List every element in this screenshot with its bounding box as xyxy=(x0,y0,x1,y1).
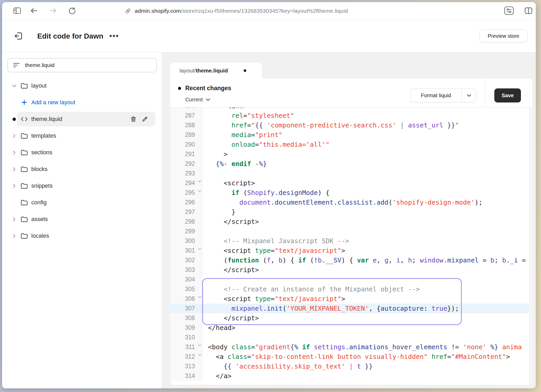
code-line-290[interactable]: 290 onload="this.media='all'" xyxy=(170,140,532,149)
sidebar-toggle-icon[interactable] xyxy=(13,6,22,15)
line-number: 291 xyxy=(185,149,195,159)
sidebar-item-add-a-new-layout[interactable]: Add a new layout xyxy=(2,94,162,111)
chevron-right-icon[interactable] xyxy=(11,144,17,161)
code-line-291[interactable]: 291 > xyxy=(170,149,532,159)
sidebar-item-blocks[interactable]: blocks xyxy=(2,161,162,177)
gutter-cell: 312 xyxy=(170,352,202,362)
sidebar-item-sections[interactable]: sections xyxy=(2,144,162,161)
preview-store-button[interactable]: Preview store xyxy=(479,29,527,42)
line-number: 298 xyxy=(185,217,195,226)
code-line-295[interactable]: 295 if (Shopify.designMode) { xyxy=(170,188,532,198)
code-line-293[interactable]: 293 xyxy=(170,169,532,178)
code-line-303[interactable]: 303 </script> xyxy=(170,265,532,275)
exit-editor-icon[interactable] xyxy=(14,31,23,41)
save-button[interactable]: Save xyxy=(494,88,521,102)
address-bar[interactable]: admin.shopify.com/store/rzq1xu-f5/themes… xyxy=(125,2,348,20)
code-line-309[interactable]: 309</head> xyxy=(170,323,532,333)
gutter-cell: 293 xyxy=(170,169,202,178)
back-icon[interactable] xyxy=(29,6,38,15)
code-line-312[interactable]: 312 <a class="skip-to-content-link butto… xyxy=(170,352,532,362)
more-actions-button[interactable]: ••• xyxy=(107,31,121,41)
code-line-286[interactable]: 286 <link xyxy=(170,108,532,111)
line-number: 306 xyxy=(185,294,195,304)
code-line-301[interactable]: 301 <script type="text/javascript"> xyxy=(170,246,532,255)
chevron-down-icon xyxy=(467,94,471,97)
filter-icon xyxy=(13,62,20,68)
code-line-287[interactable]: 287 rel="stylesheet" xyxy=(170,111,532,120)
delete-file-icon[interactable] xyxy=(129,114,138,124)
search-input[interactable] xyxy=(25,62,150,68)
item-label: blocks xyxy=(31,161,47,177)
format-liquid-button[interactable]: Format liquid xyxy=(410,89,462,102)
code-line-310[interactable]: 310 xyxy=(170,333,532,342)
gutter-cell: 307 xyxy=(170,304,202,313)
sidebar-item-locales[interactable]: locales xyxy=(2,228,162,244)
code-line-297[interactable]: 297 } xyxy=(170,207,532,217)
line-number: 303 xyxy=(185,265,195,275)
code-line-306[interactable]: 306 <script type="text/javascript"> xyxy=(170,294,532,304)
line-number: 311 xyxy=(185,342,195,352)
fold-chevron-icon[interactable] xyxy=(198,354,201,356)
chevron-right-icon[interactable] xyxy=(11,228,17,244)
chevron-right-icon[interactable] xyxy=(11,161,17,177)
version-dropdown[interactable]: Current xyxy=(185,97,210,103)
line-number: 297 xyxy=(185,207,195,217)
code-file-icon xyxy=(20,111,29,127)
code-line-298[interactable]: 298 </script> xyxy=(170,217,532,226)
code-line-289[interactable]: 289 media="print" xyxy=(170,130,532,140)
unsaved-dot xyxy=(244,69,246,72)
line-number: 308 xyxy=(185,313,195,323)
sidebar-item-assets[interactable]: assets xyxy=(2,211,162,228)
code-line-296[interactable]: 296 document.documentElement.classList.a… xyxy=(170,198,532,207)
code-editor[interactable]: 286 <link287 rel="stylesheet"288 href="{… xyxy=(170,108,532,384)
sidebar-item-snippets[interactable]: snippets xyxy=(2,177,162,194)
header-divider xyxy=(485,78,485,108)
gutter-cell: 286 xyxy=(170,108,202,111)
fold-chevron-icon[interactable] xyxy=(198,190,201,192)
browser-toolbar: admin.shopify.com/store/rzq1xu-f5/themes… xyxy=(2,2,536,20)
sidebar-item-layout[interactable]: layout xyxy=(2,77,162,94)
code-line-294[interactable]: 294 <script> xyxy=(170,178,532,188)
app-header: Edit code for Dawn ••• Preview store xyxy=(2,20,536,52)
page-settings-icon[interactable] xyxy=(503,5,515,16)
code-line-314[interactable]: 314 </a> xyxy=(170,371,532,381)
sidebar-item-templates[interactable]: templates xyxy=(2,127,162,144)
gutter-cell: 302 xyxy=(170,255,202,265)
code-line-313[interactable]: 313 {{ 'accessibility.skip_to_text' | t … xyxy=(170,362,532,371)
gutter-cell: 298 xyxy=(170,217,202,226)
rename-file-icon[interactable] xyxy=(140,114,150,124)
code-line-299[interactable]: 299 xyxy=(170,226,532,236)
file-search-box[interactable] xyxy=(8,58,157,72)
code-line-300[interactable]: 300 <!-- Mixpanel Javascript SDK --> xyxy=(170,236,532,246)
fold-chevron-icon[interactable] xyxy=(198,296,201,298)
code-line-307[interactable]: 307 mixpanel.init('YOUR_MIXPANEL_TOKEN',… xyxy=(170,304,532,313)
sidebar-item-config[interactable]: config xyxy=(2,194,162,211)
chevron-down-icon[interactable] xyxy=(11,77,17,94)
gutter-cell: 304 xyxy=(170,275,202,284)
code-line-292[interactable]: 292 {%- endif -%} xyxy=(170,159,532,169)
line-number: 286 xyxy=(185,108,195,111)
code-line-288[interactable]: 288 href="{{ 'component-predictive-searc… xyxy=(170,120,532,130)
sidebar-item-theme-liquid[interactable]: theme.liquid xyxy=(2,111,162,127)
line-number: 301 xyxy=(185,246,195,255)
code-line-308[interactable]: 308 </script> xyxy=(170,313,532,323)
code-line-311[interactable]: 311<body class="gradient{% if settings.a… xyxy=(170,342,532,352)
chevron-right-icon[interactable] xyxy=(11,211,17,228)
code-line-302[interactable]: 302 (function (f, b) { if (!b.__SV) { va… xyxy=(170,255,532,265)
chevron-right-icon[interactable] xyxy=(11,177,17,194)
tab-theme-liquid[interactable]: layout/theme.liquid xyxy=(170,63,262,79)
editor-scrollbar[interactable] xyxy=(529,108,532,384)
fold-chevron-icon[interactable] xyxy=(198,248,201,250)
format-liquid-caret[interactable] xyxy=(462,89,476,102)
code-text: (function (f, b) { if (!b.__SV) { var e,… xyxy=(202,255,532,265)
split-view-icon[interactable] xyxy=(523,5,534,16)
code-line-305[interactable]: 305 <!-- Create an instance of the Mixpa… xyxy=(170,284,532,294)
line-number: 287 xyxy=(185,111,195,120)
chevron-right-icon[interactable] xyxy=(11,127,17,144)
code-line-304[interactable]: 304 xyxy=(170,275,532,284)
fold-chevron-icon[interactable] xyxy=(198,180,201,182)
fold-chevron-icon[interactable] xyxy=(198,344,201,346)
reload-icon[interactable] xyxy=(68,6,77,15)
code-text xyxy=(202,169,532,178)
gutter-cell: 306 xyxy=(170,294,202,304)
